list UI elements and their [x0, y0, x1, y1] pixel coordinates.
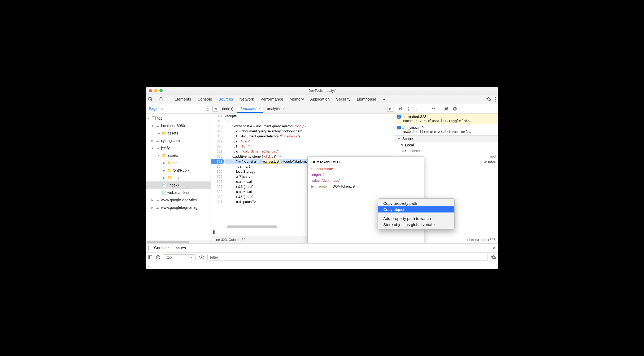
- tree-host[interactable]: ▶☁www.google-analytics: [146, 196, 211, 204]
- editor-tab-analytics[interactable]: analytics.js: [264, 105, 288, 112]
- drawer-tab-issues[interactable]: Issues: [174, 244, 186, 252]
- sidebar-overflow[interactable]: »: [161, 106, 164, 111]
- tab-application[interactable]: Application: [310, 95, 330, 103]
- svg-rect-10: [454, 108, 455, 110]
- step-over-icon[interactable]: [406, 106, 411, 111]
- kebab-menu-icon[interactable]: [495, 97, 496, 102]
- context-selector[interactable]: top▼: [164, 254, 196, 260]
- gear-icon[interactable]: [486, 97, 491, 102]
- svg-point-5: [416, 110, 417, 110]
- sources-sidebar: Page » ▼top ▼☁localhost:8080 ▶📁assets ▶☁…: [146, 104, 211, 243]
- separator: [378, 214, 454, 214]
- tree-file[interactable]: 📄web.manifest: [146, 189, 211, 196]
- drawer-toolbar: top▼: [146, 253, 498, 262]
- inspect-icon[interactable]: [148, 97, 153, 102]
- breakpoints-list: ✓:formatted:323 const a = e.classList.to…: [395, 114, 498, 135]
- svg-point-4: [408, 110, 409, 110]
- window-title: DevTools - jec.fyi/: [146, 89, 498, 93]
- pause-exceptions-icon[interactable]: [452, 106, 457, 111]
- popover-property[interactable]: length: 1: [311, 172, 420, 178]
- titlebar: DevTools - jec.fyi/: [146, 87, 498, 94]
- svg-line-15: [157, 256, 159, 259]
- editor-tab-formatted[interactable]: :formatted✕: [237, 105, 263, 113]
- debugger-toolbar: [395, 104, 498, 114]
- close-drawer-icon[interactable]: ✕: [492, 245, 496, 251]
- tab-overflow[interactable]: »: [383, 95, 385, 103]
- clear-console-icon[interactable]: [156, 255, 160, 260]
- tab-performance[interactable]: Performance: [260, 95, 283, 103]
- sidebar-menu-icon[interactable]: [207, 106, 208, 111]
- step-icon[interactable]: [432, 106, 436, 111]
- scope-local[interactable]: ▼Local: [395, 142, 498, 148]
- menu-add-watch[interactable]: Add property path to watch: [378, 215, 454, 222]
- step-out-icon[interactable]: [423, 106, 428, 111]
- tab-security[interactable]: Security: [336, 95, 350, 103]
- breakpoint-checkbox[interactable]: ✓: [397, 115, 401, 119]
- tree-host[interactable]: ▶☁www.googletagmanag: [146, 204, 211, 211]
- tab-lighthouse[interactable]: Lighthouse: [357, 95, 376, 103]
- tree-folder[interactable]: ▶📁font/Rubik: [146, 167, 211, 174]
- tab-elements[interactable]: Elements: [175, 95, 191, 103]
- menu-copy-object[interactable]: Copy object: [378, 206, 454, 212]
- separator: [169, 97, 169, 102]
- scope-header[interactable]: ▼Scope: [395, 135, 498, 142]
- console-drawer: Console Issues ✕ top▼ ›: [146, 243, 498, 269]
- popover-property[interactable]: 0: "dark-mode": [311, 166, 420, 172]
- tree-folder[interactable]: ▶📁assets: [146, 129, 211, 137]
- tree-folder[interactable]: ▶📁img: [146, 174, 211, 181]
- tree-host[interactable]: ▶☁i.ytimg.com: [146, 137, 211, 144]
- page-tab[interactable]: Page: [148, 104, 159, 113]
- drawer-menu-icon[interactable]: [148, 246, 149, 250]
- svg-rect-2: [152, 117, 156, 120]
- svg-rect-12: [148, 256, 152, 259]
- resume-icon[interactable]: [398, 106, 402, 111]
- panel-tabs: Elements Console Sources Network Perform…: [175, 95, 481, 103]
- tree-folder[interactable]: ▶📁css: [146, 159, 211, 167]
- editor-nav-forward[interactable]: ▶: [387, 106, 393, 112]
- tab-memory[interactable]: Memory: [290, 95, 304, 103]
- tab-console[interactable]: Console: [198, 95, 212, 103]
- step-into-icon[interactable]: [415, 106, 419, 111]
- code-editor: ◀ (index) :formatted✕ analytics.js ▶ 314…: [211, 104, 395, 243]
- file-tree[interactable]: ▼top ▼☁localhost:8080 ▶📁assets ▶☁i.ytimg…: [146, 114, 211, 240]
- sidebar-header: Page »: [146, 104, 211, 114]
- editor-tab-index[interactable]: (index): [219, 105, 236, 112]
- console-sidebar-icon[interactable]: [148, 255, 153, 260]
- line-gutter[interactable]: 3143153163173183193203213223233243253263…: [211, 114, 225, 225]
- console-settings-icon[interactable]: [491, 255, 496, 260]
- drawer-tabs: Console Issues ✕: [146, 244, 498, 253]
- svg-rect-11: [455, 108, 456, 110]
- sidebar-scrollbar[interactable]: [146, 240, 211, 243]
- menu-copy-property-path[interactable]: Copy property path: [378, 200, 454, 206]
- breakpoint-item[interactable]: ✓analytics.js:9 a&&a.href}return a},B=fu…: [395, 124, 498, 135]
- tree-file-selected[interactable]: 📄(index): [146, 181, 211, 189]
- popover-property[interactable]: value: "dark-mode": [311, 178, 420, 184]
- tree-host[interactable]: ▼☁localhost:8080: [146, 122, 211, 129]
- breakpoint-item[interactable]: ✓:formatted:323 const a = e.classList.to…: [395, 114, 498, 124]
- svg-point-17: [201, 257, 202, 258]
- drawer-tab-console[interactable]: Console: [154, 244, 169, 252]
- live-expression-icon[interactable]: [199, 255, 204, 259]
- device-toggle-icon[interactable]: [158, 97, 164, 102]
- editor-nav-back[interactable]: ◀: [212, 106, 218, 112]
- tab-network[interactable]: Network: [240, 95, 254, 103]
- deactivate-breakpoints-icon[interactable]: [444, 106, 449, 111]
- svg-rect-1: [160, 97, 162, 101]
- tree-host[interactable]: ▼☁jec.fyi: [146, 144, 211, 152]
- tab-sources[interactable]: Sources: [219, 95, 233, 103]
- tree-folder[interactable]: ▼📁assets: [146, 152, 211, 159]
- editor-tabs: ◀ (index) :formatted✕ analytics.js ▶: [211, 104, 395, 114]
- popover-property[interactable]: ▶__proto__: DOMTokenList: [311, 184, 420, 189]
- menu-store-global[interactable]: Store object as global variable: [378, 222, 454, 228]
- close-icon[interactable]: ✕: [258, 107, 261, 110]
- svg-point-7: [432, 108, 433, 109]
- filter-input[interactable]: [207, 254, 488, 261]
- context-menu: Copy property path Copy object Add prope…: [378, 198, 455, 229]
- svg-rect-3: [401, 107, 402, 110]
- tree-top[interactable]: ▼top: [146, 115, 211, 122]
- console-prompt[interactable]: ›: [146, 262, 498, 269]
- breakpoint-checkbox[interactable]: ✓: [397, 126, 401, 129]
- svg-point-9: [453, 107, 457, 111]
- scope-variable[interactable]: a: undefined: [395, 148, 498, 154]
- toolbar-right: [486, 97, 496, 102]
